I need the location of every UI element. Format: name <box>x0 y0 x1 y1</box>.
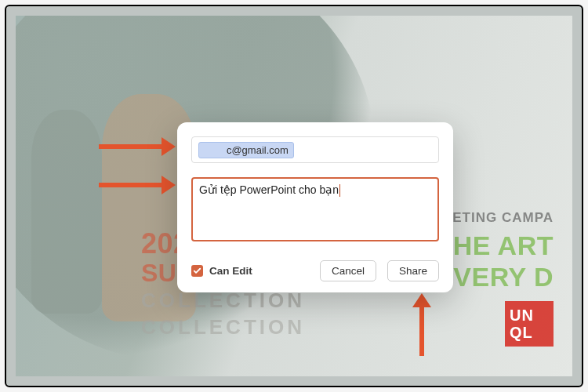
cancel-button[interactable]: Cancel <box>320 260 376 281</box>
bg-art-text: THE ART <box>436 230 554 261</box>
logo-text-line2: QL <box>510 324 549 341</box>
text-cursor <box>339 184 340 197</box>
background-figure <box>31 110 102 314</box>
bg-collection-text: COLLECTION <box>141 315 305 339</box>
share-dialog: c@gmail.com Gửi tệp PowerPoint cho bạn C… <box>177 122 453 292</box>
share-button[interactable]: Share <box>387 260 439 281</box>
check-icon <box>193 267 201 275</box>
email-chip[interactable]: c@gmail.com <box>198 142 294 158</box>
message-textarea[interactable]: Gửi tệp PowerPoint cho bạn <box>191 177 439 241</box>
brand-logo: UN QL <box>505 301 554 347</box>
can-edit-label: Can Edit <box>209 265 252 277</box>
logo-text-line1: UN <box>510 307 549 324</box>
message-value: Gửi tệp PowerPoint cho bạn <box>199 183 339 196</box>
screenshot-frame: 202 SU COLLECTION COLLECTION MARKETING C… <box>5 5 583 387</box>
bg-summer-text: SU <box>141 259 176 288</box>
dialog-footer: Can Edit Cancel Share <box>191 260 439 281</box>
recipient-email-field[interactable]: c@gmail.com <box>191 136 439 163</box>
can-edit-checkbox[interactable] <box>191 265 203 277</box>
